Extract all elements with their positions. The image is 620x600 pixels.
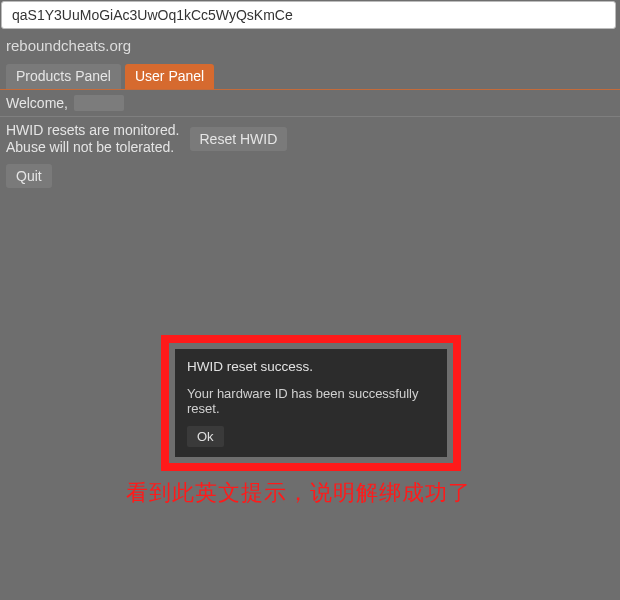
reset-hwid-label: Reset HWID xyxy=(200,131,278,147)
hwid-row: HWID resets are monitored. Abuse will no… xyxy=(0,117,620,158)
tab-products-panel[interactable]: Products Panel xyxy=(6,64,121,89)
hwid-warning-line2: Abuse will not be tolerated. xyxy=(6,139,180,156)
quit-row: Quit xyxy=(0,158,620,194)
hwid-reset-dialog: HWID reset success. Your hardware ID has… xyxy=(175,349,447,457)
reset-hwid-button[interactable]: Reset HWID xyxy=(190,127,288,151)
dialog-body: Your hardware ID has been successfully r… xyxy=(187,386,435,416)
site-name: reboundcheats.org xyxy=(6,37,131,54)
annotation-highlight-box: HWID reset success. Your hardware ID has… xyxy=(161,335,461,471)
quit-button[interactable]: Quit xyxy=(6,164,52,188)
tab-label: User Panel xyxy=(135,68,204,84)
dialog-ok-button[interactable]: Ok xyxy=(187,426,224,447)
app-site-header: reboundcheats.org xyxy=(0,31,620,60)
quit-label: Quit xyxy=(16,168,42,184)
address-bar[interactable]: qaS1Y3UuMoGiAc3UwOq1kCc5WyQsKmCe xyxy=(1,1,616,29)
dialog-ok-label: Ok xyxy=(197,429,214,444)
tab-user-panel[interactable]: User Panel xyxy=(125,64,214,89)
hwid-warning-line1: HWID resets are monitored. xyxy=(6,122,180,139)
welcome-row: Welcome, xyxy=(0,90,620,117)
hwid-warning: HWID resets are monitored. Abuse will no… xyxy=(6,122,180,156)
annotation-caption: 看到此英文提示，说明解绑成功了 xyxy=(126,478,471,508)
dialog-title: HWID reset success. xyxy=(187,359,435,374)
welcome-prefix: Welcome, xyxy=(6,95,68,111)
tab-label: Products Panel xyxy=(16,68,111,84)
tabs: Products Panel User Panel xyxy=(0,60,620,90)
username-redacted xyxy=(74,95,124,111)
address-bar-text: qaS1Y3UuMoGiAc3UwOq1kCc5WyQsKmCe xyxy=(12,7,293,23)
